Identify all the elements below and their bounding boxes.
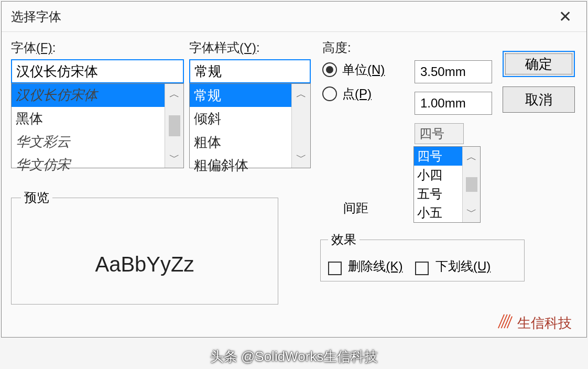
style-label-colon: :	[256, 40, 260, 55]
underline-option: 下划线(U)	[415, 258, 491, 275]
cancel-button[interactable]: 取消	[503, 86, 575, 113]
underline-checkbox[interactable]	[415, 262, 429, 275]
point-value-input[interactable]	[415, 92, 492, 115]
font-label-colon: :	[52, 40, 56, 55]
list-item[interactable]: 小五	[414, 203, 462, 222]
chevron-down-icon[interactable]: ﹀	[169, 147, 180, 168]
size-scrollbar[interactable]: ︿ ﹀	[462, 147, 480, 222]
height-label: 高度:	[322, 39, 500, 56]
strike-option: 删除线(K)	[328, 258, 402, 275]
unit-radio[interactable]	[322, 62, 337, 77]
spacing-label: 间距	[343, 200, 368, 216]
effects-label: 效果	[328, 231, 360, 248]
height-section: 高度: 单位(N) 点(P) 四号 小四 五号	[322, 39, 500, 110]
footer-credit: 头条 @SolidWorks生信科技	[0, 348, 588, 366]
font-section: 字体(F): 汉仪长仿宋体 黑体 华文彩云 华文仿宋 ︿ ﹀	[11, 39, 184, 168]
chevron-up-icon[interactable]: ︿	[296, 84, 307, 104]
close-icon[interactable]: ✕	[553, 5, 577, 28]
list-item[interactable]: 粗体	[190, 131, 291, 154]
list-item[interactable]: 小四	[414, 166, 462, 184]
unit-value-input[interactable]	[415, 60, 492, 83]
scroll-thumb[interactable]	[169, 115, 180, 136]
size-listbox[interactable]: 四号 小四 五号 小五 ︿ ﹀	[413, 146, 481, 223]
effects-group: 效果 删除线(K) 下划线(U)	[320, 231, 525, 281]
font-label-text: 字体	[11, 40, 36, 55]
strike-label: 删除线(K)	[348, 259, 402, 273]
size-list-items: 四号 小四 五号 小五	[414, 147, 462, 222]
list-item[interactable]: 常规	[190, 84, 291, 107]
style-list-items: 常规 倾斜 粗体 粗偏斜体	[190, 84, 291, 168]
dialog-body: 字体(F): 汉仪长仿宋体 黑体 华文彩云 华文仿宋 ︿ ﹀ 字体样	[2, 32, 586, 337]
watermark: 生信科技	[497, 313, 572, 333]
font-list-items: 汉仪长仿宋体 黑体 华文彩云 华文仿宋	[12, 84, 165, 168]
strike-checkbox[interactable]	[328, 262, 342, 275]
unit-radio-label: 单位(N)	[342, 61, 385, 78]
ok-button[interactable]: 确定	[503, 51, 575, 77]
scroll-thumb[interactable]	[466, 177, 477, 192]
list-item[interactable]: 黑体	[12, 107, 165, 130]
style-scrollbar[interactable]: ︿ ﹀	[291, 84, 310, 168]
chevron-down-icon[interactable]: ﹀	[466, 202, 477, 222]
chevron-up-icon[interactable]: ︿	[466, 147, 477, 167]
style-input[interactable]	[189, 59, 311, 83]
font-label: 字体(F):	[11, 39, 184, 56]
style-label-text: 字体样式	[189, 40, 239, 55]
preview-sample: AaBbYyZz	[21, 230, 268, 298]
logo-icon	[497, 313, 513, 333]
point-radio[interactable]	[322, 86, 337, 101]
preview-group: 预览 AaBbYyZz	[11, 189, 278, 305]
list-item[interactable]: 华文仿宋	[12, 154, 165, 177]
list-item[interactable]: 汉仪长仿宋体	[12, 84, 165, 107]
font-dialog: 选择字体 ✕ 字体(F): 汉仪长仿宋体 黑体 华文彩云 华文仿宋 ︿ ﹀	[1, 1, 587, 338]
list-item[interactable]: 粗偏斜体	[190, 154, 291, 177]
chevron-up-icon[interactable]: ︿	[169, 84, 180, 104]
titlebar: 选择字体 ✕	[2, 2, 586, 32]
style-label-key: (Y)	[239, 40, 256, 55]
size-value-input[interactable]	[415, 123, 464, 144]
list-item[interactable]: 倾斜	[190, 107, 291, 130]
font-input[interactable]	[11, 59, 184, 83]
dialog-title: 选择字体	[11, 8, 61, 25]
preview-label: 预览	[21, 189, 52, 206]
chevron-down-icon[interactable]: ﹀	[296, 147, 307, 168]
list-item[interactable]: 四号	[414, 147, 462, 166]
font-label-key: (F)	[36, 40, 52, 55]
style-section: 字体样式(Y): 常规 倾斜 粗体 粗偏斜体 ︿ ﹀	[189, 39, 311, 168]
style-label: 字体样式(Y):	[189, 39, 311, 56]
underline-label: 下划线(U)	[435, 259, 491, 273]
style-listbox[interactable]: 常规 倾斜 粗体 粗偏斜体 ︿ ﹀	[189, 83, 311, 168]
list-item[interactable]: 华文彩云	[12, 131, 165, 154]
font-scrollbar[interactable]: ︿ ﹀	[165, 84, 183, 168]
button-column: 确定 取消	[503, 51, 576, 122]
font-listbox[interactable]: 汉仪长仿宋体 黑体 华文彩云 华文仿宋 ︿ ﹀	[11, 83, 184, 168]
watermark-text: 生信科技	[517, 314, 572, 332]
point-radio-label: 点(P)	[342, 85, 372, 102]
list-item[interactable]: 五号	[414, 184, 462, 203]
